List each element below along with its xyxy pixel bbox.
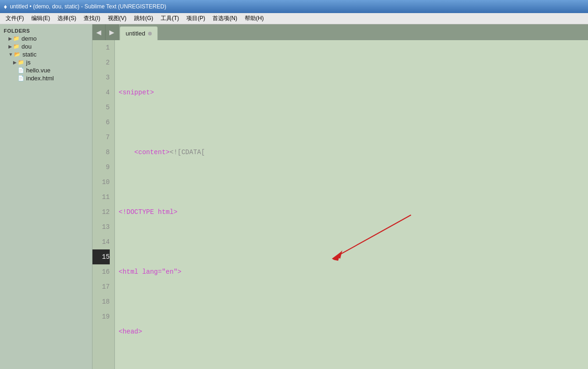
code-line-4: <html lang="en"> [119,264,588,279]
line-num-16: 16 [92,264,110,279]
arrow-down-icon: ▼ [8,52,13,57]
editor-area: ◀ ▶ untitled 1 2 3 4 5 6 7 8 9 10 11 [92,24,588,369]
sidebar: FOLDERS ▶ 📁 demo ▶ 📁 dou ▼ 📂 static ▶ 📁 … [0,24,92,369]
file-icon: 📄 [18,67,24,73]
line-num-10: 10 [92,175,110,190]
code-line-2: <content><![CDATA[ [119,145,588,160]
sidebar-title: FOLDERS [0,26,92,35]
file-label: hello.vue [26,67,50,74]
code-line-1: <snippet> [119,85,588,100]
line-num-1: 1 [92,40,110,55]
folder-label: dou [21,43,32,50]
file-icon: 📄 [18,75,24,81]
code-line-3: <!DOCTYPE html> [119,205,588,220]
line-num-12: 12 [92,205,110,220]
file-label: index.html [26,75,54,82]
line-num-9: 9 [92,160,110,175]
folder-open-icon: 📂 [14,51,21,57]
line-num-8: 8 [92,145,110,160]
window-title: untitled • (demo, dou, static) - Sublime… [10,3,166,10]
folder-icon: 📁 [13,35,20,42]
line-num-14: 14 [92,234,110,249]
sidebar-item-dou[interactable]: ▶ 📁 dou [0,43,92,50]
arrow-icon: ▶ [8,36,12,41]
line-num-18: 18 [92,294,110,309]
line-num-11: 11 [92,190,110,205]
menu-prefs[interactable]: 首选项(N) [209,14,241,23]
line-num-13: 13 [92,220,110,234]
menu-view[interactable]: 视图(V) [104,14,130,23]
menu-help[interactable]: 帮助(H) [241,14,268,23]
tab-nav-right[interactable]: ▶ [106,24,119,40]
folder-label: static [22,51,36,58]
code-area[interactable]: 1 2 3 4 5 6 7 8 9 10 11 12 13 14 15 16 1… [92,40,588,369]
menu-bar: 文件(F) 编辑(E) 选择(S) 查找(I) 视图(V) 跳转(G) 工具(T… [0,13,588,24]
menu-edit[interactable]: 编辑(E) [28,14,54,23]
menu-project[interactable]: 项目(P) [183,14,209,23]
tab-modified-indicator [148,32,152,35]
tab-bar: ◀ ▶ untitled [92,24,588,40]
line-num-6: 6 [92,115,110,130]
sidebar-item-demo[interactable]: ▶ 📁 demo [0,35,92,43]
sidebar-item-index-html[interactable]: 📄 index.html [0,74,92,82]
sidebar-item-js[interactable]: ▶ 📁 js [0,58,92,66]
line-num-5: 5 [92,100,110,115]
app-icon: ♦ [4,3,7,10]
code-content[interactable]: <snippet> <content><![CDATA[ <!DOCTYPE h… [115,40,588,369]
tab-name: untitled [126,30,145,37]
line-num-3: 3 [92,70,110,85]
line-num-19: 19 [92,309,110,324]
line-num-4: 4 [92,85,110,100]
sidebar-item-hello-vue[interactable]: 📄 hello.vue [0,66,92,74]
arrow-icon: ▶ [8,44,12,49]
folder-label: js [26,59,30,66]
active-tab[interactable]: untitled [120,26,158,40]
menu-find[interactable]: 查找(I) [80,14,104,23]
code-line-5: <head> [119,324,588,339]
menu-goto[interactable]: 跳转(G) [130,14,157,23]
folder-label: demo [21,35,37,42]
menu-file[interactable]: 文件(F) [2,14,28,23]
menu-tools[interactable]: 工具(T) [157,14,183,23]
line-num-2: 2 [92,55,110,70]
tab-nav-left[interactable]: ◀ [92,24,106,40]
menu-select[interactable]: 选择(S) [54,14,80,23]
title-bar: ♦ untitled • (demo, dou, static) - Subli… [0,0,588,13]
sidebar-item-static[interactable]: ▼ 📂 static [0,50,92,58]
main-layout: FOLDERS ▶ 📁 demo ▶ 📁 dou ▼ 📂 static ▶ 📁 … [0,24,588,369]
folder-icon: 📁 [18,59,24,65]
line-num-17: 17 [92,279,110,294]
arrow-icon: ▶ [13,60,17,65]
line-numbers: 1 2 3 4 5 6 7 8 9 10 11 12 13 14 15 16 1… [92,40,115,369]
line-num-15: 15 [92,249,110,264]
folder-icon: 📁 [13,43,20,50]
line-num-7: 7 [92,130,110,145]
